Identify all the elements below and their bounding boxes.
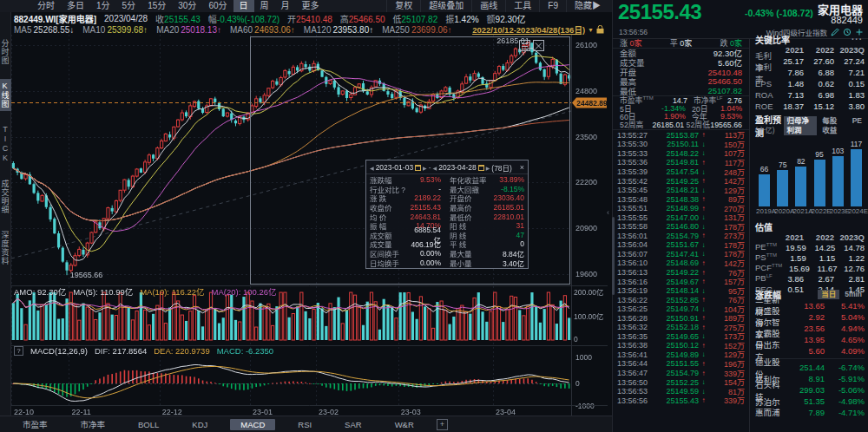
advance-decline-row: 涨 0家 平 0家 跌 0家 <box>613 38 749 48</box>
top-toolbar: 分时多日1分5分15分30分60分日周月更多 复权超级叠加画线工具F9隐藏▶ <box>0 0 612 12</box>
mover-row-惠而浦[interactable]: 惠而浦7.89-4.71% <box>755 407 865 418</box>
period-tab-多日[interactable]: 多日 <box>61 0 90 12</box>
quote-field-幅: 幅-0.43%(-108.72) <box>208 12 279 25</box>
date-next-icon[interactable]: ▶ <box>486 165 490 171</box>
uptick-arrow-icon: ↑ <box>699 195 708 203</box>
sidebar-item-TICK[interactable]: TICK <box>1 122 10 166</box>
tick-row[interactable]: 13:56:5625155.43↑339万 <box>617 396 745 405</box>
range-start-date[interactable]: 2023-01-03 <box>376 163 413 172</box>
indicator-tab-市净率[interactable]: 市净率 <box>70 417 116 431</box>
lock-icon <box>596 25 604 34</box>
stat-row-开盘: 开盘25410.48 <box>620 68 742 77</box>
earnings-tab-PE[interactable]: PE <box>849 116 865 135</box>
indicator-tab-W&R[interactable]: W&R <box>385 419 424 430</box>
earnings-tabs: 归母净利润每股收益PE <box>784 116 868 135</box>
date-range-selector[interactable]: 2022/10/12-2023/04/28(136日)▼ <box>472 23 609 36</box>
period-tab-周[interactable]: 周 <box>254 0 275 12</box>
range-stats-header: ◀ 2023-01-03 ▶ - ◀ 2023-04-28 ▶ (78日) × <box>366 160 528 174</box>
date-prev-icon[interactable]: ◀ <box>370 165 374 171</box>
price-change: -0.43% (-108.72) <box>745 8 813 18</box>
help-icon[interactable]: ? <box>14 346 23 356</box>
range-stat-row: 日均换手0.00%最小量3.40亿 <box>370 258 524 267</box>
ma-legend-line: MA525268.55↓MA1025399.68↑MA2025018.13↑MA… <box>14 24 609 35</box>
more-menu-icon[interactable]: ··· <box>852 35 868 44</box>
indicator-tab-bar: 市盈率市净率BOLLKDJMACDRSISARW&R+ <box>0 416 612 432</box>
earnings-bar-2019A: 66 <box>756 165 773 206</box>
panel-collapse-handle[interactable]: ‹ <box>607 208 609 217</box>
period-tab-30分[interactable]: 30分 <box>172 0 202 12</box>
period-tab-60分[interactable]: 60分 <box>202 0 233 12</box>
period-tab-5分[interactable]: 5分 <box>116 0 142 12</box>
mover-row-日出东方[interactable]: 日出东方5.604.09% <box>755 345 865 357</box>
tool-工具[interactable]: 工具 <box>505 0 539 12</box>
indicator-tab-MACD[interactable]: MACD <box>230 419 275 430</box>
downtick-arrow-icon: ↓ <box>699 332 708 340</box>
mover-row-苏泊尔[interactable]: 苏泊尔51.35-4.98% <box>755 396 865 407</box>
indicator-tab-KDJ[interactable]: KDJ <box>181 419 218 430</box>
period-tab-1分[interactable]: 1分 <box>90 0 116 12</box>
uptick-arrow-icon: ↑ <box>699 370 708 377</box>
table-row-ROA: ROA7.136.981.83 <box>755 89 865 101</box>
ma-legend-MA250: MA25023699.06↑ <box>382 25 451 35</box>
uptick-arrow-icon: ↑ <box>699 131 708 139</box>
tool-隐藏▶[interactable]: 隐藏▶ <box>566 0 608 12</box>
earnings-tab-归母净利润[interactable]: 归母净利润 <box>784 116 818 135</box>
earnings-tab-每股收益[interactable]: 每股收益 <box>819 116 846 135</box>
date-prev-icon[interactable]: ◀ <box>433 165 437 171</box>
trading-terminal: 分时多日1分5分15分30分60分日周月更多 复权超级叠加画线工具F9隐藏▶ 8… <box>0 0 868 432</box>
ma-legend-MA10: MA1025399.68↑ <box>82 25 148 35</box>
downtick-arrow-icon: ↓ <box>699 223 708 231</box>
indicator-tab-SAR[interactable]: SAR <box>334 419 372 430</box>
ma-legend-MA20: MA2025018.13↑ <box>156 25 221 35</box>
period-tab-更多[interactable]: 更多 <box>296 0 326 12</box>
range-stats-rows: 涨跌幅9.53%年化收益率33.89%行业对比 ?-最大回撤-8.15%涨 跌2… <box>366 174 528 268</box>
earnings-bar-2024E: 117 <box>848 140 865 206</box>
tick-list-scrollbar[interactable] <box>612 217 615 295</box>
uptick-arrow-icon: ↑ <box>699 259 708 267</box>
amo-label: AMO: <box>14 287 35 297</box>
movers-tab-当日[interactable]: 当日 <box>818 290 839 299</box>
range-end-date[interactable]: 2023-04-28 <box>438 163 476 172</box>
close-icon[interactable]: × <box>520 163 524 172</box>
period-tab-分时[interactable]: 分时 <box>31 0 61 12</box>
uptick-arrow-icon: ↑ <box>699 205 708 213</box>
calendar-icon[interactable] <box>478 165 484 171</box>
indicator-tab-BOLL[interactable]: BOLL <box>128 419 169 430</box>
tool-F9[interactable]: F9 <box>539 0 566 12</box>
movers-tabs: 当日5min <box>818 290 868 299</box>
uptick-arrow-icon: ↑ <box>699 314 708 322</box>
date-next-icon[interactable]: ▶ <box>423 165 427 171</box>
mover-row-德业股份[interactable]: 德业股份251.44-6.74% <box>755 362 865 373</box>
uptick-arrow-icon: ↑ <box>699 278 708 285</box>
downtick-arrow-icon: ↓ <box>699 149 708 157</box>
earnings-bar-2023E: 103 <box>830 147 846 206</box>
table-row-PS: PSTTM1.591.151.22 <box>755 252 865 263</box>
range-stats-window[interactable]: ◀ 2023-01-03 ▶ - ◀ 2023-04-28 ▶ (78日) × … <box>365 160 529 269</box>
indicator-tab-RSI[interactable]: RSI <box>287 419 322 430</box>
tool-复权[interactable]: 复权 <box>386 0 420 12</box>
sidebar-item-分时图[interactable]: 分时图 <box>0 36 11 68</box>
tool-超级叠加[interactable]: 超级叠加 <box>420 0 471 12</box>
indicator-tab-市盈率[interactable]: 市盈率 <box>12 417 58 431</box>
period-tab-日[interactable]: 日 <box>233 0 254 12</box>
earnings-bar-2021A: 82 <box>792 157 809 206</box>
downtick-arrow-icon: ↓ <box>699 213 708 221</box>
earnings-bar-2020A: 75 <box>774 160 791 206</box>
period-tab-15分[interactable]: 15分 <box>141 0 172 12</box>
sidebar-item-深度资料[interactable]: 深度资料 <box>0 228 11 268</box>
uptick-arrow-icon: ↑ <box>699 232 708 239</box>
movers-tab-5min[interactable]: 5min <box>841 290 865 299</box>
tool-画线[interactable]: 画线 <box>471 0 505 12</box>
add-indicator-tab[interactable]: + <box>437 419 448 430</box>
last-price: 25155.43 <box>618 0 701 24</box>
uptick-arrow-icon: ↑ <box>699 177 708 185</box>
downtick-arrow-icon: ↓ <box>699 141 708 148</box>
uptick-arrow-icon: ↑ <box>699 324 708 331</box>
dropdown-caret-icon: ▼ <box>588 27 594 33</box>
sidebar-item-成交明细[interactable]: 成交明细 <box>0 177 11 217</box>
table-row-净利率: 净利率7.866.887.21 <box>755 67 865 78</box>
sidebar-item-K线图[interactable]: K线图 <box>0 79 11 111</box>
calendar-icon[interactable] <box>415 165 421 171</box>
period-tab-月[interactable]: 月 <box>275 0 296 12</box>
mover-row-石头科技[interactable]: 石头科技299.03-5.06% <box>755 384 865 396</box>
